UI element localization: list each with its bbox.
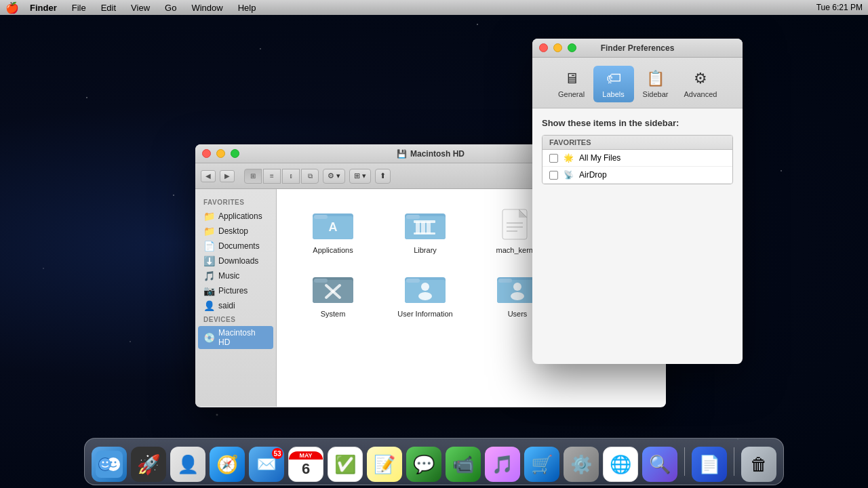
dock-icon-itunes[interactable]: 🎵 — [485, 447, 520, 482]
file-item-system[interactable]: System — [290, 266, 376, 323]
coverflow-view-button[interactable]: ⧉ — [301, 169, 319, 184]
sidebar-item-saidi[interactable]: 👤 saidi — [195, 298, 276, 313]
menubar-file[interactable]: File — [69, 3, 89, 13]
prefs-section-title: Show these items in the sidebar: — [542, 118, 733, 128]
documents-sidebar-icon: 📄 — [203, 241, 214, 251]
menubar-go[interactable]: Go — [162, 3, 179, 13]
file-item-library[interactable]: Library — [382, 203, 468, 260]
file-item-user-information[interactable]: User Information — [382, 266, 468, 323]
dock-icon-word[interactable]: 📄 — [692, 447, 727, 482]
dock-icon-mail[interactable]: ✉️ 53 — [249, 447, 284, 482]
sidebar-item-applications[interactable]: 📁 Applications — [195, 209, 276, 224]
desktop-sidebar-icon: 📁 — [203, 226, 214, 237]
svg-rect-10 — [414, 220, 435, 223]
svg-rect-11 — [414, 232, 435, 235]
menubar: 🍎 Finder File Edit View Go Window Help T… — [0, 0, 868, 15]
menubar-items: Finder File Edit View Go Window Help — [27, 3, 816, 13]
dock-icon-reminders[interactable]: ✅ — [328, 447, 363, 482]
sidebar-item-macintosh-hd[interactable]: 💿 Macintosh HD — [198, 326, 273, 349]
dock-icon-facetime[interactable]: 📹 — [446, 447, 481, 482]
prefs-tab-general[interactable]: 🖥 General — [551, 66, 592, 102]
sidebar-item-pictures[interactable]: 📷 Pictures — [195, 283, 276, 298]
dock-icon-launchpad[interactable]: 🚀 — [131, 447, 166, 482]
dock-icon-notes[interactable]: 📝 — [367, 447, 402, 482]
all-my-files-label: All My Files — [579, 153, 620, 163]
sidebar-music-label: Music — [218, 271, 239, 281]
back-button[interactable]: ◀ — [201, 170, 216, 182]
desktop: 🍎 Finder File Edit View Go Window Help T… — [0, 0, 868, 488]
column-view-button[interactable]: ⫾ — [282, 169, 300, 184]
syspreferences-emoji-icon: ⚙️ — [570, 454, 592, 475]
contacts-emoji-icon: 👤 — [177, 454, 199, 475]
trash-emoji-icon: 🗑 — [750, 454, 768, 475]
prefs-tab-labels[interactable]: 🏷 Labels — [593, 66, 634, 102]
dock-icon-contacts[interactable]: 👤 — [170, 447, 205, 482]
prefs-maximize-button[interactable] — [568, 43, 576, 52]
dock-icon-appstore[interactable]: 🛒 — [524, 447, 559, 482]
labels-tab-icon: 🏷 — [606, 70, 621, 87]
sidebar-item-music[interactable]: 🎵 Music — [195, 268, 276, 283]
dock: 🚀 👤 🧭 ✉️ 53 MAY 6 ✅ 📝 💬 📹 🎵 — [84, 438, 784, 485]
menubar-edit[interactable]: Edit — [98, 3, 119, 13]
dock-icon-calendar[interactable]: MAY 6 — [288, 447, 323, 482]
minimize-button[interactable] — [216, 149, 225, 158]
sidebar-tab-label: Sidebar — [643, 90, 669, 98]
svg-point-43 — [115, 462, 117, 464]
menubar-help[interactable]: Help — [235, 3, 259, 13]
dock-icon-chrome[interactable]: 🌐 — [603, 447, 638, 482]
svg-rect-6 — [406, 215, 420, 219]
svg-point-29 — [421, 283, 429, 291]
prefs-item-airdrop[interactable]: 📡 AirDrop — [542, 167, 732, 184]
apple-menu[interactable]: 🍎 — [5, 1, 19, 14]
svg-point-30 — [418, 292, 432, 300]
library-label: Library — [414, 246, 437, 254]
menubar-view[interactable]: View — [128, 3, 153, 13]
sidebar-item-downloads[interactable]: ⬇️ Downloads — [195, 253, 276, 268]
sidebar-applications-label: Applications — [218, 211, 262, 221]
share-icon: ⬆ — [380, 171, 386, 180]
icon-view-button[interactable]: ⊞ — [244, 169, 262, 184]
all-my-files-icon: 🌟 — [564, 153, 574, 163]
menubar-finder[interactable]: Finder — [27, 3, 60, 13]
share-button[interactable]: ⬆ — [375, 169, 391, 184]
arrange-button[interactable]: ⊞ ▾ — [349, 169, 371, 184]
prefs-content: Show these items in the sidebar: FAVORIT… — [532, 108, 743, 194]
svg-point-35 — [511, 292, 524, 300]
prefs-tab-advanced[interactable]: ⚙ Advanced — [677, 66, 724, 102]
user-information-folder-icon — [405, 272, 446, 306]
applications-label: Applications — [313, 246, 353, 254]
sidebar-item-documents[interactable]: 📄 Documents — [195, 239, 276, 253]
prefs-tab-sidebar[interactable]: 📋 Sidebar — [635, 66, 676, 102]
prefs-close-button[interactable] — [539, 43, 548, 52]
dock-icon-spotlight[interactable]: 🔍 — [642, 447, 677, 482]
dock-icon-messages[interactable]: 💬 — [406, 447, 441, 482]
arrange-chevron: ▾ — [362, 171, 366, 180]
action-button[interactable]: ⚙ ▾ — [323, 169, 345, 184]
menubar-window[interactable]: Window — [189, 3, 225, 13]
file-item-applications[interactable]: A Applications — [290, 203, 376, 260]
list-view-button[interactable]: ≡ — [263, 169, 281, 184]
itunes-emoji-icon: 🎵 — [492, 454, 513, 475]
menubar-right: Tue 6:21 PM — [816, 3, 863, 12]
view-buttons: ⊞ ≡ ⫾ ⧉ — [244, 169, 319, 184]
sidebar-documents-label: Documents — [218, 241, 260, 251]
dock-icon-safari[interactable]: 🧭 — [210, 447, 245, 482]
general-tab-label: General — [558, 90, 585, 98]
dock-icon-finder[interactable] — [92, 447, 127, 482]
svg-rect-7 — [416, 222, 420, 234]
prefs-minimize-button[interactable] — [553, 43, 562, 52]
sidebar-item-desktop[interactable]: 📁 Desktop — [195, 224, 276, 239]
dock-icon-syspreferences[interactable]: ⚙️ — [564, 447, 599, 482]
forward-button[interactable]: ▶ — [220, 170, 235, 182]
dock-icon-trash[interactable]: 🗑 — [741, 447, 776, 482]
maximize-button[interactable] — [231, 149, 239, 158]
all-my-files-checkbox[interactable] — [549, 154, 558, 163]
dock-separator-2 — [734, 447, 734, 476]
svg-text:A: A — [329, 220, 338, 234]
svg-point-41 — [106, 462, 108, 464]
prefs-item-all-my-files[interactable]: 🌟 All My Files — [542, 150, 732, 167]
svg-rect-9 — [427, 222, 431, 234]
close-button[interactable] — [202, 149, 211, 158]
airdrop-checkbox[interactable] — [549, 171, 558, 180]
applications-sidebar-icon: 📁 — [203, 211, 214, 222]
